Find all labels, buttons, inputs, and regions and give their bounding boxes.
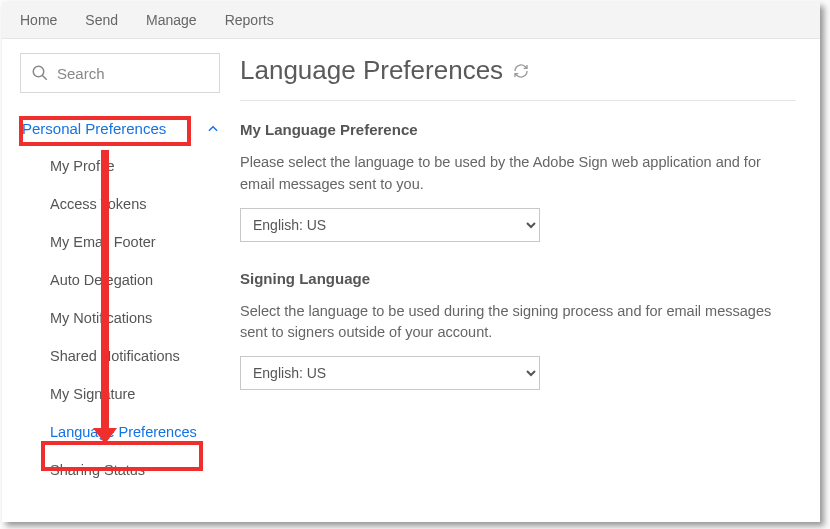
sidebar-item-my-profile[interactable]: My Profile [50, 158, 220, 174]
search-box[interactable] [20, 53, 220, 93]
sidebar-item-my-signature[interactable]: My Signature [50, 386, 220, 402]
sidebar-item-language-preferences[interactable]: Language Preferences [50, 424, 220, 440]
search-icon [31, 64, 49, 82]
signing-language-select[interactable]: English: US [240, 356, 540, 390]
nav-manage[interactable]: Manage [146, 12, 197, 28]
sidebar-item-sharing-status[interactable]: Sharing Status [50, 462, 220, 478]
sidebar-item-shared-notifications[interactable]: Shared Notifications [50, 348, 220, 364]
chevron-up-icon [206, 122, 220, 136]
nav-home[interactable]: Home [20, 12, 57, 28]
search-input[interactable] [57, 65, 209, 82]
nav-send[interactable]: Send [85, 12, 118, 28]
top-nav: Home Send Manage Reports [2, 2, 820, 39]
section-desc-my-language: Please select the language to be used by… [240, 152, 780, 196]
section-heading-signing-language: Signing Language [240, 270, 796, 287]
sidebar-subitems: My Profile Access Tokens My Email Footer… [20, 158, 220, 478]
main-panel: Language Preferences My Language Prefere… [232, 39, 820, 522]
section-heading-my-language: My Language Preference [240, 121, 796, 138]
sidebar-item-auto-delegation[interactable]: Auto Delegation [50, 272, 220, 288]
sidebar-item-access-tokens[interactable]: Access Tokens [50, 196, 220, 212]
svg-line-1 [42, 75, 47, 80]
refresh-icon[interactable] [513, 63, 529, 79]
nav-reports[interactable]: Reports [225, 12, 274, 28]
my-language-select[interactable]: English: US [240, 208, 540, 242]
page-title: Language Preferences [240, 55, 796, 101]
svg-point-0 [33, 66, 44, 77]
sidebar-item-my-email-footer[interactable]: My Email Footer [50, 234, 220, 250]
sidebar-section-personal-preferences[interactable]: Personal Preferences [20, 115, 220, 142]
sidebar-section-label: Personal Preferences [20, 119, 168, 138]
sidebar-item-my-notifications[interactable]: My Notifications [50, 310, 220, 326]
sidebar: Personal Preferences My Profile Access T… [2, 39, 232, 522]
page-title-text: Language Preferences [240, 55, 503, 86]
section-desc-signing-language: Select the language to be used during th… [240, 301, 780, 345]
